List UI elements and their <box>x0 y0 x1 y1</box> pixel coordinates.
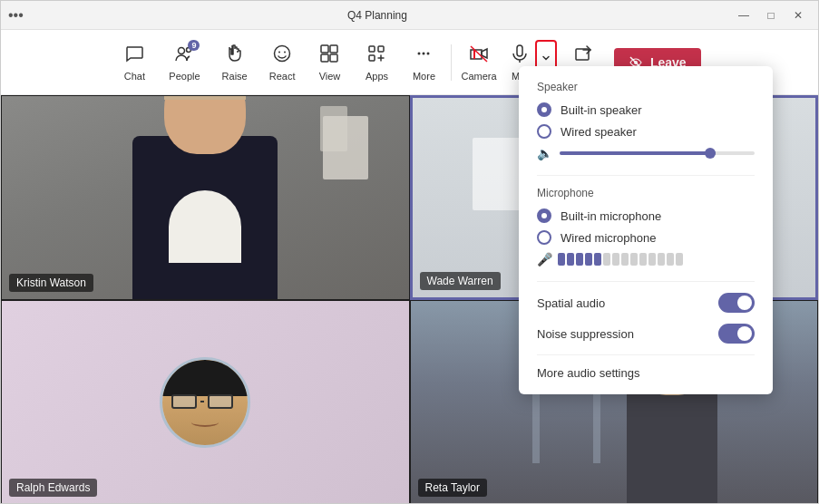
speaker-option-builtin[interactable]: Built-in speaker <box>537 102 755 117</box>
mic-bar-13 <box>667 253 674 266</box>
volume-thumb <box>705 148 716 159</box>
view-icon <box>319 44 339 68</box>
noise-suppression-row: Noise suppression <box>537 324 755 344</box>
react-icon <box>272 44 292 68</box>
volume-row: 🔈 <box>537 146 755 160</box>
section-divider-2 <box>537 281 755 282</box>
mic-bar-2 <box>567 253 574 266</box>
mic-bar-12 <box>658 253 665 266</box>
svg-rect-8 <box>330 54 337 62</box>
mic-bar-3 <box>576 253 583 266</box>
video-cell-ralph[interactable]: Ralph Edwards <box>1 300 410 504</box>
people-label: People <box>169 71 200 82</box>
mic-option-builtin[interactable]: Built-in microphone <box>537 208 755 223</box>
mic-bar-9 <box>630 253 638 266</box>
svg-rect-17 <box>517 45 522 56</box>
spatial-audio-row: Spatial audio <box>537 293 755 313</box>
speaker-radio-wired[interactable] <box>537 124 551 139</box>
view-label: View <box>319 71 341 82</box>
people-button[interactable]: 9 People <box>158 36 210 89</box>
noise-suppression-label: Noise suppression <box>537 327 634 341</box>
chat-button[interactable]: Chat <box>111 36 158 89</box>
camera-icon <box>469 44 489 68</box>
toolbar-divider <box>451 44 452 81</box>
mic-builtin-label: Built-in microphone <box>561 209 661 223</box>
mic-option-wired[interactable]: Wired microphone <box>537 230 755 245</box>
svg-rect-19 <box>576 49 589 60</box>
video-cell-kristin[interactable]: Kristin Watson <box>1 95 410 300</box>
noise-suppression-toggle[interactable] <box>718 324 755 344</box>
svg-rect-7 <box>321 54 328 62</box>
chat-label: Chat <box>124 71 145 82</box>
more-audio-settings-link[interactable]: More audio settings <box>537 366 755 380</box>
mic-bar-8 <box>621 253 629 266</box>
volume-icon: 🔈 <box>537 146 552 160</box>
svg-point-0 <box>179 47 185 53</box>
mic-icon <box>510 44 530 68</box>
people-icon: 9 <box>174 44 194 68</box>
mic-bar-6 <box>603 253 610 266</box>
raise-label: Raise <box>222 71 248 82</box>
titlebar: ••• Q4 Planning — □ ✕ <box>1 1 818 30</box>
mic-wired-label: Wired microphone <box>561 231 657 245</box>
raise-icon <box>225 44 245 68</box>
section-divider-3 <box>537 354 755 355</box>
camera-label: Camera <box>461 71 496 82</box>
more-icon <box>414 44 434 68</box>
camera-button[interactable]: Camera <box>455 40 502 85</box>
speaker-builtin-label: Built-in speaker <box>561 103 642 117</box>
mic-bar-11 <box>648 253 656 266</box>
minimize-button[interactable]: — <box>731 6 756 24</box>
speaker-wired-label: Wired speaker <box>561 125 637 139</box>
mic-radio-wired[interactable] <box>537 230 551 245</box>
raise-button[interactable]: Raise <box>211 36 258 89</box>
mic-level-icon: 🎤 <box>537 252 552 267</box>
react-label: React <box>269 71 296 82</box>
mic-radio-builtin[interactable] <box>537 208 551 223</box>
mic-level-row: 🎤 <box>537 252 755 267</box>
speaker-radio-builtin[interactable] <box>537 102 551 117</box>
share-icon <box>574 44 594 68</box>
name-tag-wade: Wade Warren <box>420 272 501 290</box>
svg-point-13 <box>423 52 425 54</box>
apps-button[interactable]: Apps <box>353 36 400 89</box>
window-controls: — □ ✕ <box>731 6 811 24</box>
name-tag-kristin: Kristin Watson <box>9 274 93 292</box>
name-tag-ralph: Ralph Edwards <box>9 479 97 497</box>
mic-bar-1 <box>558 253 565 266</box>
titlebar-title: Q4 Planning <box>24 9 731 22</box>
mic-bar-7 <box>612 253 619 266</box>
more-button[interactable]: More <box>400 36 447 89</box>
svg-rect-9 <box>369 46 375 52</box>
apps-icon <box>366 44 386 68</box>
spatial-audio-label: Spatial audio <box>537 296 605 310</box>
speaker-option-wired[interactable]: Wired speaker <box>537 124 755 139</box>
close-button[interactable]: ✕ <box>785 6 811 24</box>
more-label: More <box>413 71 435 82</box>
spatial-audio-toggle[interactable] <box>718 293 755 313</box>
audio-panel: Speaker Built-in speaker Wired speaker 🔈… <box>519 66 773 394</box>
mic-bar-5 <box>594 253 601 266</box>
volume-fill <box>560 151 716 155</box>
svg-point-14 <box>427 52 430 54</box>
svg-point-3 <box>278 51 280 53</box>
volume-slider[interactable] <box>560 151 755 155</box>
svg-point-2 <box>275 45 290 61</box>
svg-rect-5 <box>321 45 328 53</box>
section-divider-1 <box>537 175 755 176</box>
titlebar-menu[interactable]: ••• <box>8 7 24 24</box>
svg-rect-11 <box>369 55 375 61</box>
svg-rect-10 <box>378 46 384 52</box>
name-tag-reta: Reta Taylor <box>418 479 487 497</box>
view-button[interactable]: View <box>306 36 353 89</box>
svg-point-12 <box>418 52 421 54</box>
maximize-button[interactable]: □ <box>758 6 784 24</box>
mic-level-bars <box>558 253 683 266</box>
svg-point-4 <box>284 51 286 53</box>
people-badge: 9 <box>188 40 200 51</box>
mic-bar-14 <box>676 253 683 266</box>
react-button[interactable]: React <box>258 36 307 89</box>
mic-bar-4 <box>585 253 592 266</box>
apps-label: Apps <box>366 71 388 82</box>
mic-bar-10 <box>639 253 647 266</box>
